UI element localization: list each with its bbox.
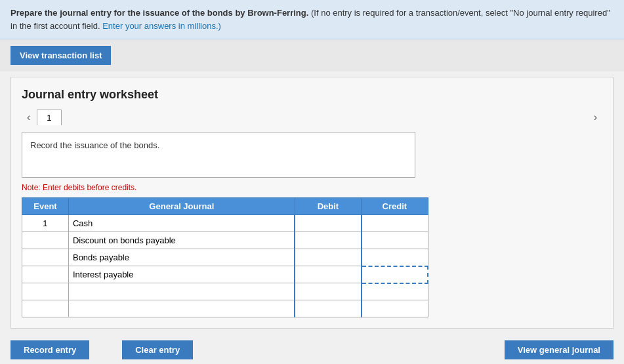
instruction-enter: Enter your answers in millions.) (102, 21, 221, 31)
table-row-account-2[interactable]: Bonds payable (68, 249, 295, 266)
prev-tab-arrow[interactable]: ‹ (22, 110, 35, 125)
bottom-buttons: Record entry Clear entry View general jo… (0, 334, 624, 364)
clear-entry-button[interactable]: Clear entry (122, 340, 193, 359)
header-credit: Credit (362, 198, 428, 215)
table-row-account-1[interactable]: Discount on bonds payable (68, 232, 295, 249)
record-entry-button[interactable]: Record entry (10, 340, 89, 359)
worksheet-title: Journal entry worksheet (22, 88, 602, 102)
worksheet-container: Journal entry worksheet ‹ 1 › Record the… (10, 77, 614, 329)
header-debit: Debit (295, 198, 361, 215)
table-row-debit-4[interactable] (295, 283, 361, 300)
note-text: Note: Enter debits before credits. (22, 183, 602, 192)
table-row-credit-2[interactable] (362, 249, 428, 266)
table-row-event-1 (22, 232, 69, 249)
view-general-journal-button[interactable]: View general journal (505, 340, 614, 359)
description-text: Record the issuance of the bonds. (30, 140, 159, 150)
table-row-debit-0[interactable] (295, 215, 361, 232)
header-event: Event (22, 198, 69, 215)
table-row-event-4 (22, 283, 69, 300)
table-row-event-0: 1 (22, 215, 69, 232)
table-row-account-5[interactable] (68, 300, 295, 317)
table-row-debit-5[interactable] (295, 300, 361, 317)
table-row-credit-1[interactable] (362, 232, 428, 249)
next-tab-arrow[interactable]: › (589, 110, 602, 125)
table-row-account-3[interactable]: Interest payable (68, 266, 295, 283)
table-row-account-0[interactable]: Cash (68, 215, 295, 232)
top-controls: View transaction list (0, 39, 624, 71)
instruction-main-text: Prepare the journal entry for the issuan… (10, 8, 308, 18)
table-row-event-5 (22, 300, 69, 317)
table-row-credit-3[interactable] (362, 266, 428, 283)
journal-table: Event General Journal Debit Credit 1Cash… (22, 197, 428, 317)
table-row-credit-4[interactable] (362, 283, 428, 300)
description-box: Record the issuance of the bonds. (22, 132, 415, 178)
table-row-debit-3[interactable] (295, 266, 361, 283)
tab-navigation: ‹ 1 › (22, 110, 602, 125)
view-transaction-button[interactable]: View transaction list (10, 46, 111, 65)
table-row-account-4[interactable] (68, 283, 295, 300)
table-row-debit-1[interactable] (295, 232, 361, 249)
table-row-debit-2[interactable] (295, 249, 361, 266)
instruction-bar: Prepare the journal entry for the issuan… (0, 0, 624, 39)
table-row-event-3 (22, 266, 69, 283)
table-row-event-2 (22, 249, 69, 266)
instruction-main: Prepare the journal entry for the issuan… (10, 8, 610, 31)
table-row-credit-0[interactable] (362, 215, 428, 232)
table-row-credit-5[interactable] (362, 300, 428, 317)
tab-1[interactable]: 1 (37, 110, 61, 125)
header-general-journal: General Journal (68, 198, 295, 215)
